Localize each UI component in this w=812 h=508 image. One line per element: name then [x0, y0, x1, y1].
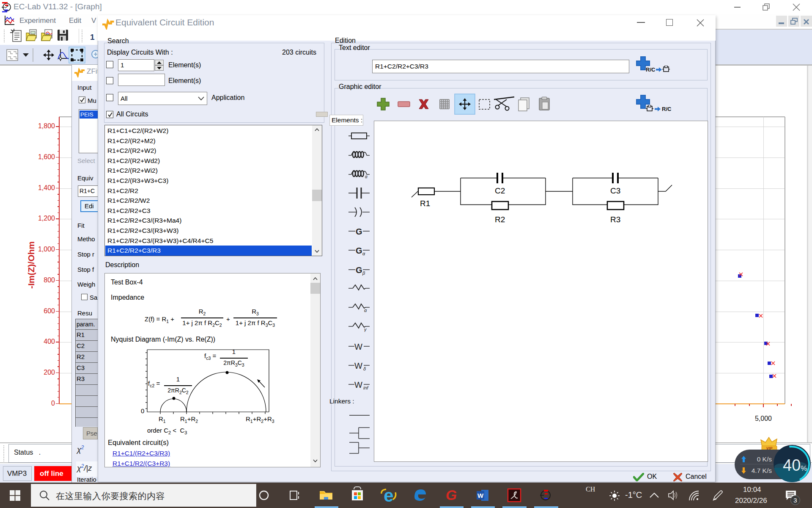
svg-text:W: W [354, 361, 362, 370]
svg-text:inf: inf [363, 385, 369, 390]
svg-text:G: G [356, 265, 362, 275]
svg-text:e: e [384, 486, 393, 505]
svg-text:G: G [356, 227, 362, 236]
svg-text:R1: R1 [420, 199, 430, 208]
svg-text:W: W [354, 342, 362, 351]
svg-text:γ: γ [364, 327, 367, 332]
svg-text:α: α [362, 251, 365, 256]
svg-text:α: α [365, 174, 368, 179]
svg-text:G: G [356, 246, 362, 255]
svg-text:α: α [364, 308, 367, 313]
svg-text:C3: C3 [610, 186, 620, 195]
svg-text:β: β [362, 271, 365, 276]
svg-text:W: W [477, 492, 484, 499]
svg-text:G: G [446, 487, 457, 503]
svg-text:R2: R2 [495, 215, 505, 224]
svg-text:R3: R3 [610, 215, 620, 224]
svg-text:W: W [354, 380, 362, 389]
svg-text:δ: δ [363, 366, 366, 371]
svg-text:C2: C2 [495, 186, 505, 195]
